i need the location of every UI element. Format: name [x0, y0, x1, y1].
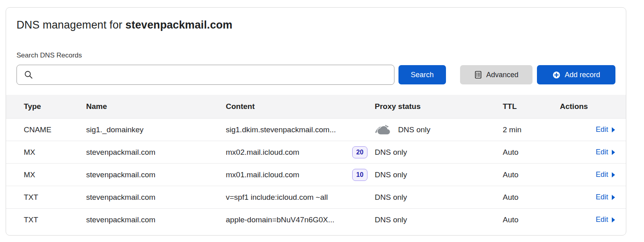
priority-badge: 10 [352, 169, 367, 181]
plus-circle-icon [552, 71, 561, 79]
record-ttl: Auto [503, 193, 553, 202]
record-ttl: Auto [503, 215, 553, 224]
record-type: CNAME [24, 125, 86, 134]
caret-right-icon [611, 127, 615, 133]
advanced-button-label: Advanced [486, 71, 518, 79]
record-proxy-cell: DNS only [375, 193, 503, 202]
table-body: CNAME sig1._domainkey sig1.dkim.stevenpa… [6, 118, 626, 231]
record-content-cell: sig1.dkim.stevenpackmail.com... [226, 125, 375, 134]
record-content: mx02.mail.icloud.com [226, 148, 299, 157]
record-ttl: Auto [503, 148, 553, 157]
header-actions: Actions [553, 102, 615, 111]
record-proxy-cell: DNS only [375, 215, 503, 224]
dns-management-card: DNS management for stevenpackmail.com Se… [6, 7, 626, 236]
record-name: stevenpackmail.com [86, 215, 226, 224]
edit-link[interactable]: Edit [596, 193, 615, 201]
caret-right-icon [611, 172, 615, 178]
record-actions-cell: Edit [553, 125, 615, 134]
record-actions-cell: Edit [553, 193, 615, 201]
header-content: Content [226, 102, 375, 111]
record-ttl: 2 min [503, 125, 553, 134]
search-box [17, 65, 394, 85]
list-document-icon [474, 70, 482, 79]
proxy-status-text: DNS only [375, 148, 407, 157]
caret-right-icon [611, 150, 615, 155]
record-name: stevenpackmail.com [86, 193, 226, 202]
header-proxy-status: Proxy status [375, 102, 503, 111]
edit-link-label: Edit [596, 125, 608, 134]
advanced-button[interactable]: Advanced [460, 65, 533, 84]
search-toolbar: Search Advanced [17, 65, 615, 85]
header-ttl: TTL [503, 102, 553, 111]
record-ttl: Auto [503, 170, 553, 179]
search-input[interactable] [17, 65, 394, 85]
record-content-cell: mx01.mail.icloud.com 10 [226, 169, 375, 181]
record-type: MX [24, 148, 86, 157]
record-content-cell: v=spf1 include:icloud.com ~all [226, 193, 375, 202]
proxy-status-text: DNS only [375, 170, 407, 179]
add-record-button-label: Add record [565, 71, 600, 79]
search-icon [24, 70, 33, 80]
record-actions-cell: Edit [553, 148, 615, 156]
record-content-cell: mx02.mail.icloud.com 20 [226, 146, 375, 158]
priority-badge: 20 [352, 146, 367, 158]
record-type: TXT [24, 193, 86, 202]
gray-cloud-arrow-icon [375, 124, 392, 136]
edit-link-label: Edit [596, 193, 608, 201]
record-actions-cell: Edit [553, 215, 615, 224]
record-name: stevenpackmail.com [86, 148, 226, 157]
proxy-status-text: DNS only [375, 215, 407, 224]
page-title-domain: stevenpackmail.com [126, 19, 233, 31]
record-actions-cell: Edit [553, 170, 615, 179]
edit-link[interactable]: Edit [596, 148, 615, 156]
search-button-label: Search [411, 71, 433, 79]
record-content-cell: apple-domain=bNuV47n6G0X... [226, 215, 375, 224]
table-row: MX stevenpackmail.com mx01.mail.icloud.c… [6, 163, 626, 186]
edit-link[interactable]: Edit [596, 215, 615, 224]
table-row: MX stevenpackmail.com mx02.mail.icloud.c… [6, 141, 626, 163]
table-row: TXT stevenpackmail.com v=spf1 include:ic… [6, 186, 626, 208]
edit-link-label: Edit [596, 170, 608, 179]
record-content: v=spf1 include:icloud.com ~all [226, 193, 328, 202]
record-proxy-cell: DNS only [375, 170, 503, 179]
record-content: mx01.mail.icloud.com [226, 170, 299, 179]
caret-right-icon [611, 195, 615, 200]
edit-link-label: Edit [596, 148, 608, 156]
table-row: TXT stevenpackmail.com apple-domain=bNuV… [6, 208, 626, 231]
page-title: DNS management for stevenpackmail.com [17, 19, 615, 31]
table-header-row: Type Name Content Proxy status TTL Actio… [6, 95, 626, 118]
record-content: apple-domain=bNuV47n6G0X... [226, 215, 334, 224]
search-button[interactable]: Search [398, 65, 446, 84]
search-label: Search DNS Records [17, 51, 615, 59]
record-type: MX [24, 170, 86, 179]
record-proxy-cell: DNS only [375, 124, 503, 136]
edit-link-label: Edit [596, 215, 608, 224]
dns-records-table: Type Name Content Proxy status TTL Actio… [6, 95, 626, 231]
record-proxy-cell: DNS only [375, 148, 503, 157]
record-name: sig1._domainkey [86, 125, 226, 134]
caret-right-icon [611, 217, 615, 223]
proxy-status-text: DNS only [375, 193, 407, 202]
table-row: CNAME sig1._domainkey sig1.dkim.stevenpa… [6, 118, 626, 141]
record-name: stevenpackmail.com [86, 170, 226, 179]
edit-link[interactable]: Edit [596, 170, 615, 179]
proxy-status-text: DNS only [398, 125, 430, 134]
record-content: sig1.dkim.stevenpackmail.com... [226, 125, 336, 134]
record-type: TXT [24, 215, 86, 224]
add-record-button[interactable]: Add record [537, 65, 615, 84]
header-type: Type [24, 102, 86, 111]
edit-link[interactable]: Edit [596, 125, 615, 134]
header-name: Name [86, 102, 226, 111]
page-title-prefix: DNS management for [17, 19, 126, 31]
